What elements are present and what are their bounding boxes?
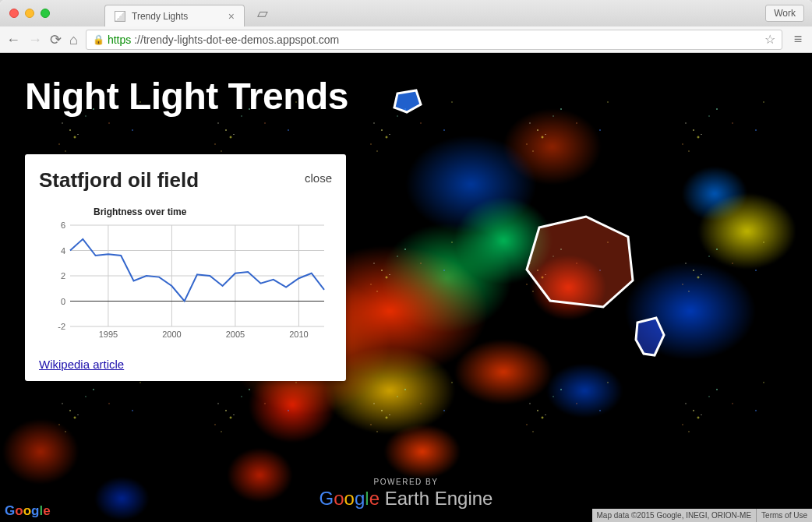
browser-toolbar: ← → ⟳ ⌂ 🔒 https://trendy-lights-dot-ee-d… bbox=[0, 26, 812, 53]
page-favicon-icon bbox=[115, 11, 125, 22]
earth-engine-brand: Google Earth Engine bbox=[320, 488, 493, 510]
panel-title: Statfjord oil field bbox=[39, 168, 199, 192]
new-tab-button[interactable]: ▱ bbox=[254, 6, 271, 20]
google-maps-logo[interactable]: Google bbox=[5, 503, 51, 519]
url-scheme: https bbox=[108, 34, 131, 46]
profile-button[interactable]: Work bbox=[765, 5, 804, 22]
terms-link[interactable]: Terms of Use bbox=[756, 509, 812, 522]
svg-text:1995: 1995 bbox=[99, 330, 118, 339]
tab-title: Trendy Lights bbox=[132, 11, 222, 22]
url-bar[interactable]: 🔒 https://trendy-lights-dot-ee-demos.app… bbox=[86, 30, 782, 50]
home-button[interactable]: ⌂ bbox=[69, 33, 78, 47]
window-maximize[interactable] bbox=[41, 9, 50, 18]
chart-container: Brightness over time -202461995200020052… bbox=[39, 206, 332, 345]
browser-tab[interactable]: Trendy Lights × bbox=[104, 5, 245, 26]
bookmark-star-icon[interactable]: ☆ bbox=[764, 32, 775, 47]
map-attribution: Map data ©2015 Google, INEGI, ORION-ME T… bbox=[592, 509, 812, 522]
window-close[interactable] bbox=[9, 9, 19, 18]
chart-title: Brightness over time bbox=[94, 206, 332, 217]
back-button[interactable]: ← bbox=[6, 33, 20, 47]
nav-buttons: ← → ⟳ ⌂ bbox=[6, 33, 78, 47]
svg-text:4: 4 bbox=[61, 246, 65, 256]
svg-text:2005: 2005 bbox=[226, 330, 245, 339]
svg-text:2: 2 bbox=[61, 271, 65, 280]
svg-text:2010: 2010 bbox=[289, 330, 308, 339]
powered-by-label: POWERED BY bbox=[320, 478, 493, 486]
hamburger-menu-icon[interactable]: ≡ bbox=[790, 31, 806, 48]
info-panel: Statfjord oil field close Brightness ove… bbox=[25, 154, 346, 381]
svg-text:0: 0 bbox=[61, 297, 65, 306]
page-title: Night Light Trends bbox=[25, 75, 348, 118]
svg-text:2000: 2000 bbox=[162, 330, 181, 339]
tab-close-icon[interactable]: × bbox=[228, 10, 235, 23]
reload-button[interactable]: ⟳ bbox=[50, 33, 62, 47]
tab-strip: Trendy Lights × ▱ Work bbox=[0, 0, 812, 26]
forward-button[interactable]: → bbox=[28, 33, 42, 47]
powered-by: POWERED BY Google Earth Engine bbox=[320, 478, 493, 510]
window-minimize[interactable] bbox=[25, 9, 34, 18]
map-credit: Map data ©2015 Google, INEGI, ORION-ME bbox=[592, 509, 757, 522]
lock-icon: 🔒 bbox=[93, 34, 104, 45]
browser-window: Trendy Lights × ▱ Work ← → ⟳ ⌂ 🔒 https:/… bbox=[0, 0, 812, 522]
panel-close-button[interactable]: close bbox=[305, 171, 332, 185]
url-path: ://trendy-lights-dot-ee-demos.appspot.co… bbox=[134, 34, 339, 46]
svg-text:6: 6 bbox=[61, 220, 65, 230]
svg-text:-2: -2 bbox=[58, 322, 65, 331]
window-controls bbox=[9, 9, 50, 18]
line-chart[interactable]: -202461995200020052010 bbox=[39, 220, 332, 345]
wikipedia-link[interactable]: Wikipedia article bbox=[39, 358, 124, 371]
page-content: Night Light Trends Statfjord oil field c… bbox=[0, 53, 812, 522]
